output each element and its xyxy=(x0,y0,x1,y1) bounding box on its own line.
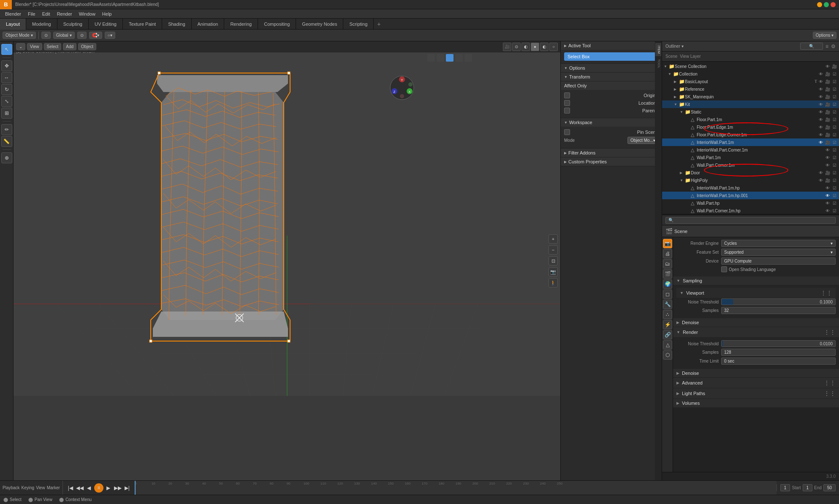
wall-corner-hp-check[interactable]: ☑ xyxy=(831,208,837,214)
cursor-tool-button[interactable]: ✥ xyxy=(1,60,12,71)
sampling-header[interactable]: ▼ Sampling xyxy=(673,276,839,285)
kit-camera[interactable]: 🎥 xyxy=(825,101,831,107)
outliner-filter-icon[interactable]: ≡ xyxy=(825,43,828,49)
tree-item-interiorwall-hp[interactable]: △ InteriorWall.Part.1m.hp 👁 ☑ xyxy=(662,184,839,192)
reference-check[interactable]: ☑ xyxy=(831,86,837,92)
viewport-dots[interactable]: ⋮⋮ xyxy=(820,290,832,296)
add-object-button[interactable]: ⊕ xyxy=(1,152,12,163)
wall-corner-check[interactable]: ☑ xyxy=(831,162,837,168)
proportional-edit[interactable]: ○▾ xyxy=(105,32,115,39)
rotate-tool-button[interactable]: ↻ xyxy=(1,84,12,95)
tree-item-static[interactable]: ▼ 📁 Static 👁 🎥 ☑ xyxy=(662,108,839,116)
world-icon[interactable]: 🌍 xyxy=(663,279,672,289)
collection-camera[interactable]: 🎥 xyxy=(825,71,831,77)
interiorwall-hp-check[interactable]: ☑ xyxy=(831,185,837,191)
scale-tool-button[interactable]: ⤡ xyxy=(1,96,12,107)
global-selector[interactable]: Global ▾ xyxy=(53,32,75,39)
menu-edit[interactable]: Edit xyxy=(39,11,54,17)
render-samples-value[interactable]: 128 xyxy=(721,349,836,356)
advanced-header[interactable]: ▶ Advanced ⋮⋮ xyxy=(673,378,839,388)
minimize-button[interactable] xyxy=(817,2,822,7)
pivot-selector[interactable]: ⊙ xyxy=(77,32,87,39)
tree-item-wall-corner-hp[interactable]: △ Wall.Part.Corner.1m.hp 👁 ☑ xyxy=(662,207,839,214)
timeline-ruler[interactable]: 0 10 20 30 40 50 60 70 80 90 100 110 120… xyxy=(135,481,777,495)
wall-part-hp-check[interactable]: ☑ xyxy=(831,200,837,206)
props-search-input[interactable]: 🔍 xyxy=(665,217,836,224)
step-back-btn[interactable]: ◀◀ xyxy=(76,484,84,492)
noise-threshold-bar[interactable]: 0.1000 xyxy=(721,298,836,305)
floor-edge-corner-camera[interactable]: 🎥 xyxy=(825,132,831,138)
snap-selector[interactable]: 🧲▾ xyxy=(89,32,102,39)
parents-checkbox[interactable] xyxy=(564,108,570,114)
tab-compositing[interactable]: Compositing xyxy=(258,19,296,30)
static-camera[interactable]: 🎥 xyxy=(825,109,831,115)
kit-check[interactable]: ☑ xyxy=(831,101,837,107)
view-layer-icon[interactable]: 🗂 xyxy=(663,259,672,268)
open-shading-checkbox[interactable] xyxy=(721,266,727,272)
light-paths-header[interactable]: ▶ Light Paths ⋮⋮ xyxy=(673,388,839,399)
tab-sculpting[interactable]: Sculpting xyxy=(57,19,89,30)
floor-part-camera[interactable]: 🎥 xyxy=(825,117,831,122)
door-eye[interactable]: 👁 xyxy=(818,170,824,176)
vp-xray-icon[interactable]: ◐ xyxy=(521,43,530,51)
vp-select-menu[interactable]: Select xyxy=(44,43,62,50)
floor-part-edge-check[interactable]: ☑ xyxy=(831,124,837,130)
scene-collection-camera[interactable]: 🎥 xyxy=(831,63,837,69)
interiorwall-hp-001-check[interactable]: ☑ xyxy=(831,192,837,198)
door-check[interactable]: ☑ xyxy=(831,170,837,176)
workspace-header[interactable]: ▼ Workspace xyxy=(561,118,662,127)
modifier-icon[interactable]: 🔧 xyxy=(663,300,672,309)
tree-item-interiorwall-hp-001[interactable]: △ InteriorWall.Part.1m.hp.001 👁 ☑ xyxy=(662,192,839,199)
render-settings-icon[interactable]: 📷 xyxy=(663,239,672,248)
tree-item-scene-collection[interactable]: ▼ 📁 Scene Collection 👁 🎥 xyxy=(662,62,839,70)
tree-item-interiorwall-corner[interactable]: △ InteriorWall.Part.Corner.1m 👁 ☑ xyxy=(662,146,839,154)
vp-menu-button[interactable]: ⌄ xyxy=(16,43,25,50)
tree-item-floor-part-edge[interactable]: △ Floor.Part.Edge.1m 👁 🎥 ☑ xyxy=(662,123,839,131)
tab-geometry-nodes[interactable]: Geometry Nodes xyxy=(296,19,343,30)
select-box-button[interactable]: Select Box xyxy=(564,52,658,61)
viewport-3d-scene[interactable]: Y X Z xyxy=(14,41,560,396)
annotate-button[interactable]: ✏ xyxy=(1,124,12,135)
transform-header[interactable]: ▼ Transform xyxy=(561,73,662,81)
tree-item-wall-part[interactable]: △ Wall.Part.1m 👁 ☑ xyxy=(662,154,839,161)
tab-layout[interactable]: Layout xyxy=(0,19,26,30)
wall-part-hp-eye[interactable]: 👁 xyxy=(825,200,831,206)
tab-modeling[interactable]: Modeling xyxy=(26,19,57,30)
menu-render[interactable]: Render xyxy=(54,11,76,17)
move-tool-button[interactable]: ↔ xyxy=(1,72,12,83)
light-paths-dots[interactable]: ⋮⋮ xyxy=(824,390,836,397)
interiorwall-part-check[interactable]: ☑ xyxy=(831,139,837,145)
viewport-area[interactable]: ⌄ View Select Add Object 🎥 ⊙ ◐ ● ◐ ○ Use… xyxy=(14,41,560,480)
scene-settings-icon[interactable]: 🎬 xyxy=(663,269,672,279)
sk-mannequin-eye[interactable]: 👁 xyxy=(818,94,824,100)
time-limit-value[interactable]: 0 sec xyxy=(721,358,836,365)
feature-set-dropdown[interactable]: Supported▾ xyxy=(721,249,836,256)
material-icon[interactable]: ⬡ xyxy=(663,350,672,360)
highpoly-camera[interactable]: 🎥 xyxy=(825,177,831,183)
mode-dropdown[interactable]: Object Mo...▾ xyxy=(627,137,658,144)
wall-corner-eye[interactable]: 👁 xyxy=(825,162,831,168)
play-reverse-btn[interactable]: ◀ xyxy=(85,484,93,492)
tree-item-floor-part[interactable]: △ Floor.Part.1m 👁 🎥 ☑ xyxy=(662,116,839,123)
menu-window[interactable]: Window xyxy=(76,11,99,17)
interiorwall-hp-eye[interactable]: 👁 xyxy=(825,185,831,191)
interiorwall-corner-check[interactable]: ☑ xyxy=(831,147,837,153)
volumes-header[interactable]: ▶ Volumes xyxy=(673,399,839,408)
vp-perspective-icon[interactable]: 🎥 xyxy=(503,43,511,51)
basiclayout-camera[interactable]: 🎥 xyxy=(825,79,831,84)
view-menu[interactable]: View xyxy=(36,485,45,490)
sk-mannequin-check[interactable]: ☑ xyxy=(831,94,837,100)
next-keyframe-btn[interactable]: ▶| xyxy=(123,484,131,492)
tab-rendering[interactable]: Rendering xyxy=(224,19,258,30)
highpoly-check[interactable]: ☑ xyxy=(831,177,837,183)
floor-part-check[interactable]: ☑ xyxy=(831,117,837,122)
floor-part-eye[interactable]: 👁 xyxy=(818,117,824,122)
render-denoise-header[interactable]: ▶ Denoise xyxy=(673,369,839,378)
vp-object-menu[interactable]: Object xyxy=(78,43,96,50)
transform-tool-button[interactable]: ⊞ xyxy=(1,108,12,119)
tree-item-reference[interactable]: ▶ 📁 Reference 👁 🎥 ☑ xyxy=(662,85,839,93)
select-tool-button[interactable]: ↖ xyxy=(1,44,12,55)
render-dots[interactable]: ⋮⋮ xyxy=(824,329,836,336)
floor-part-edge-camera[interactable]: 🎥 xyxy=(825,124,831,130)
tree-item-floor-edge-corner[interactable]: △ Floor.Part.Edge.Corner.1m 👁 🎥 ☑ xyxy=(662,131,839,138)
